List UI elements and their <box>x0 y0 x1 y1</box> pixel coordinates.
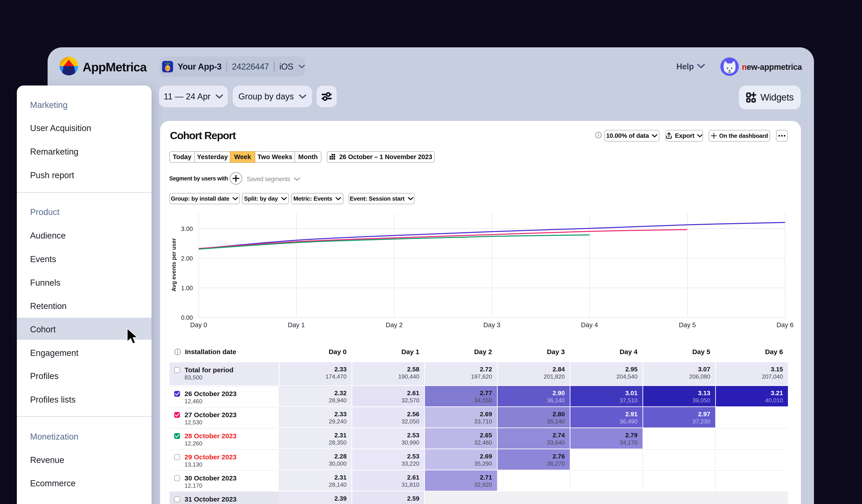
svg-text:3.00: 3.00 <box>181 226 193 232</box>
svg-text:1.00: 1.00 <box>181 285 193 292</box>
svg-text:Day 0: Day 0 <box>190 321 207 329</box>
svg-text:Day 5: Day 5 <box>679 321 696 329</box>
svg-text:Day 6: Day 6 <box>776 321 794 329</box>
svg-text:Avg events per user: Avg events per user <box>171 238 177 292</box>
svg-text:Day 2: Day 2 <box>386 321 403 329</box>
svg-text:Day 4: Day 4 <box>581 321 598 329</box>
svg-text:2.00: 2.00 <box>181 255 193 262</box>
svg-text:Day 1: Day 1 <box>288 321 305 329</box>
svg-text:0.00: 0.00 <box>181 314 193 321</box>
svg-text:Day 3: Day 3 <box>483 321 500 329</box>
